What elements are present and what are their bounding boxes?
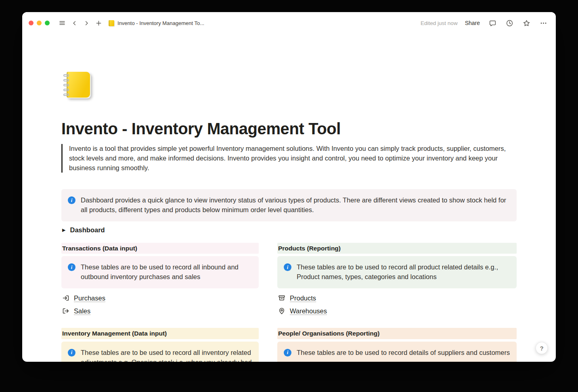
comments-icon[interactable] <box>487 18 498 28</box>
more-options-icon[interactable] <box>538 18 549 28</box>
dashboard-info-text: Dashboard provides a quick glance to vie… <box>81 196 509 215</box>
section-people-organisations: People/ Organisations (Reporting) i Thes… <box>277 328 517 362</box>
link-label-products: Products <box>290 294 316 302</box>
window-controls <box>29 21 50 25</box>
favorite-star-icon[interactable] <box>521 18 532 28</box>
transactions-callout-text: These tables are to be used to record al… <box>81 263 252 282</box>
section-title-transactions: Transactions (Data input) <box>61 243 259 254</box>
nav-controls <box>57 18 104 28</box>
dashboard-info-callout: i Dashboard provides a quick glance to v… <box>61 189 517 221</box>
people-callout-text: These tables are to be used to record de… <box>297 348 510 358</box>
notebook-spiral-rings <box>63 74 69 96</box>
fullscreen-window-button[interactable] <box>45 21 50 25</box>
link-warehouses[interactable]: Warehouses <box>277 304 327 317</box>
link-sales[interactable]: Sales <box>61 304 90 317</box>
help-button[interactable]: ? <box>536 342 548 354</box>
people-callout: i These tables are to be used to record … <box>277 342 517 362</box>
info-icon: i <box>68 349 75 357</box>
titlebar-actions: Edited just now Share <box>421 18 549 28</box>
info-icon: i <box>284 349 291 357</box>
titlebar: Invento - Inventory Management To... Edi… <box>22 12 556 34</box>
page-icon-notebook[interactable] <box>62 71 94 100</box>
section-inventory-management: Inventory Management (Data input) i Thes… <box>61 328 259 362</box>
link-purchases[interactable]: Purchases <box>61 292 105 304</box>
page-body: Invento - Inventory Management Tool Inve… <box>61 71 517 362</box>
intro-quote-text: Invento is a tool that provides simple y… <box>69 145 506 171</box>
info-icon: i <box>284 263 291 271</box>
import-box-icon <box>62 294 69 302</box>
link-label-sales: Sales <box>74 307 90 315</box>
intro-quote-block: Invento is a tool that provides simple y… <box>61 144 507 173</box>
section-title-products: Products (Reporting) <box>277 243 517 254</box>
dashboard-toggle-label: Dashboard <box>70 226 105 234</box>
dashboard-toggle[interactable]: ▶ Dashboard <box>61 225 106 236</box>
transactions-links: Purchases Sales <box>61 292 259 317</box>
section-title-inventory: Inventory Management (Data input) <box>61 328 259 339</box>
forward-icon[interactable] <box>81 18 92 28</box>
info-icon: i <box>68 196 75 204</box>
products-callout: i These tables are to be used to record … <box>277 256 517 288</box>
section-products: Products (Reporting) i These tables are … <box>277 243 517 317</box>
toggle-triangle-icon[interactable]: ▶ <box>62 228 65 232</box>
current-tab[interactable]: Invento - Inventory Management To... <box>109 20 204 26</box>
column-list: Transactions (Data input) i These tables… <box>61 243 517 362</box>
page-title: Invento - Inventory Management Tool <box>61 119 517 138</box>
location-pin-icon <box>278 307 285 315</box>
sidebar-menu-icon[interactable] <box>57 18 67 28</box>
back-icon[interactable] <box>69 18 80 28</box>
close-window-button[interactable] <box>29 21 34 25</box>
notion-app-window: Invento - Inventory Management To... Edi… <box>22 12 556 362</box>
archive-box-icon <box>278 294 285 302</box>
left-column: Transactions (Data input) i These tables… <box>61 243 259 362</box>
notebook-cover <box>67 72 90 98</box>
share-button[interactable]: Share <box>464 20 481 26</box>
tab-title: Invento - Inventory Management To... <box>117 20 204 26</box>
edited-status: Edited just now <box>421 20 458 26</box>
new-tab-plus-icon[interactable] <box>93 18 104 28</box>
section-title-people: People/ Organisations (Reporting) <box>277 328 517 339</box>
minimize-window-button[interactable] <box>37 21 42 25</box>
export-box-icon <box>62 307 69 315</box>
products-callout-text: These tables are to be used to record al… <box>297 263 510 282</box>
inventory-callout: i These tables are to be used to record … <box>61 342 259 362</box>
updates-clock-icon[interactable] <box>504 18 515 28</box>
transactions-callout: i These tables are to be used to record … <box>61 256 259 288</box>
section-transactions: Transactions (Data input) i These tables… <box>61 243 259 317</box>
notebook-emoji-icon <box>109 20 114 26</box>
link-label-warehouses: Warehouses <box>290 307 327 315</box>
products-links: Products Warehouses <box>277 292 517 317</box>
inventory-callout-text: These tables are to be used to record al… <box>81 348 252 362</box>
link-label-purchases: Purchases <box>74 294 105 302</box>
right-column: Products (Reporting) i These tables are … <box>277 243 517 362</box>
info-icon: i <box>68 263 75 271</box>
link-products[interactable]: Products <box>277 292 316 304</box>
